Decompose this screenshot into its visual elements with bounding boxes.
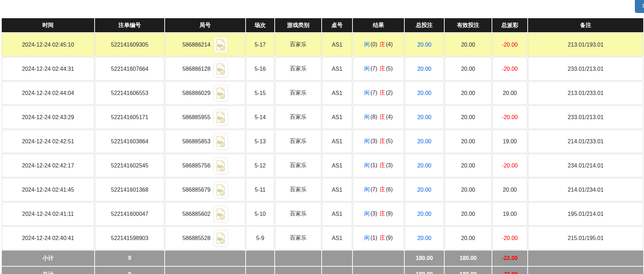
total-bet-cell[interactable]: 20.00 xyxy=(405,81,444,105)
table-no-cell: AS1 xyxy=(322,105,352,129)
subtotal-label: 小计 xyxy=(2,251,94,266)
table-row: 2024-12-24 02:40:41 522141598903 5868855… xyxy=(2,226,643,250)
table-no-cell: AS1 xyxy=(322,202,352,226)
banker-points: (4) xyxy=(386,114,393,120)
col-header-remark: 备注 xyxy=(528,18,643,32)
video-replay-button[interactable] xyxy=(213,181,228,198)
valid-bet-cell: 20.00 xyxy=(445,154,492,177)
total-bet-cell[interactable]: 20.00 xyxy=(405,226,444,250)
video-replay-button[interactable] xyxy=(213,61,228,77)
remark-cell: 195.01/214.01 xyxy=(528,202,643,226)
banker-label: 庄 xyxy=(379,114,385,120)
time-cell: 2024-12-24 02:41:45 xyxy=(2,178,94,201)
round-no-cell: 586886128 xyxy=(165,57,245,81)
video-icon xyxy=(216,39,225,50)
table-row: 2024-12-24 02:42:17 522141602545 5868857… xyxy=(2,154,643,177)
valid-bet-cell: 20.00 xyxy=(445,130,492,153)
banker-label: 庄 xyxy=(379,41,385,47)
total-bet-cell[interactable]: 20.00 xyxy=(405,33,444,56)
video-replay-button[interactable] xyxy=(213,109,228,126)
table-row: 2024-12-24 02:42:51 522141603864 5868858… xyxy=(2,130,643,153)
session-cell: 5-14 xyxy=(246,105,274,129)
subtotal-count: 9 xyxy=(95,251,164,266)
total-bet-cell[interactable]: 20.00 xyxy=(405,57,444,81)
payout-cell: -20.00 xyxy=(492,33,527,56)
result-cell: 闲(1) 庄(3) xyxy=(353,154,404,177)
player-label: 闲 xyxy=(364,41,370,47)
order-no-cell: 522141602545 xyxy=(95,154,164,177)
banker-points: (6) xyxy=(386,186,393,192)
payout-cell: 20.00 xyxy=(492,178,527,201)
game-type-cell: 百家乐 xyxy=(275,154,321,177)
banker-points: (5) xyxy=(386,138,393,144)
valid-bet-cell: 20.00 xyxy=(445,105,492,129)
total-bet-cell[interactable]: 20.00 xyxy=(405,202,444,226)
order-no-cell: 522141601368 xyxy=(95,178,164,201)
banker-label: 庄 xyxy=(379,66,385,71)
order-no-cell: 522141607664 xyxy=(95,57,164,81)
payout-cell: 19.00 xyxy=(492,202,527,226)
video-replay-button[interactable] xyxy=(213,230,228,247)
game-type-cell: 百家乐 xyxy=(275,81,321,105)
result-cell: 闲(3) 庄(5) xyxy=(353,130,404,153)
table-no-cell: AS1 xyxy=(322,154,352,177)
table-row: 2024-12-24 02:43:29 522141605171 5868859… xyxy=(2,105,643,129)
video-icon xyxy=(216,160,225,171)
round-no-cell: 586885955 xyxy=(165,105,245,129)
round-no-cell: 586885528 xyxy=(165,226,245,250)
order-no-cell: 522141609305 xyxy=(95,33,164,56)
round-no-value: 586886214 xyxy=(182,42,210,48)
total-bet-cell[interactable]: 20.00 xyxy=(405,105,444,129)
video-replay-button[interactable] xyxy=(213,85,228,102)
col-header-result: 结果 xyxy=(353,18,404,32)
player-points: (7) xyxy=(370,90,377,96)
banker-label: 庄 xyxy=(379,186,385,192)
order-no-cell: 522141606553 xyxy=(95,81,164,105)
game-type-cell: 百家乐 xyxy=(275,130,321,153)
total-bet-cell[interactable]: 20.00 xyxy=(405,154,444,177)
round-no-cell: 586885756 xyxy=(165,154,245,177)
banker-points: (9) xyxy=(386,211,393,217)
col-header-order-no: 注单编号 xyxy=(95,18,164,32)
game-type-cell: 百家乐 xyxy=(275,33,321,56)
session-cell: 5-15 xyxy=(246,81,274,105)
banker-points: (5) xyxy=(386,66,393,71)
pagination-page-1-button[interactable]: 1 xyxy=(635,0,644,13)
game-type-cell: 百家乐 xyxy=(275,57,321,81)
remark-cell: 233.01/213.01 xyxy=(528,105,643,129)
result-cell: 闲(7) 庄(2) xyxy=(353,81,404,105)
game-type-cell: 百家乐 xyxy=(275,178,321,201)
round-no-cell: 586885679 xyxy=(165,178,245,201)
payout-cell: -20.00 xyxy=(492,226,527,250)
total-bet-cell[interactable]: 20.00 xyxy=(405,130,444,153)
banker-label: 庄 xyxy=(379,235,385,241)
payout-cell: 20.00 xyxy=(492,81,527,105)
col-header-total-bet: 总投注 xyxy=(405,18,444,32)
player-points: (7) xyxy=(370,186,377,192)
video-replay-button[interactable] xyxy=(213,206,228,222)
result-cell: 闲(0) 庄(4) xyxy=(353,33,404,56)
table-no-cell: AS1 xyxy=(322,57,352,81)
banker-points: (9) xyxy=(386,235,393,241)
banker-points: (2) xyxy=(386,90,393,96)
player-label: 闲 xyxy=(364,186,370,192)
payout-cell: -20.00 xyxy=(492,154,527,177)
total-bet-cell[interactable]: 20.00 xyxy=(405,178,444,201)
total-valid-bet: 180.00 xyxy=(445,267,492,274)
video-replay-button[interactable] xyxy=(213,36,228,53)
video-replay-button[interactable] xyxy=(213,133,228,150)
round-no-cell: 586886029 xyxy=(165,81,245,105)
time-cell: 2024-12-24 02:45:10 xyxy=(2,33,94,56)
remark-cell: 214.01/234.01 xyxy=(528,178,643,201)
session-cell: 5-12 xyxy=(246,154,274,177)
payout-cell: -20.00 xyxy=(492,57,527,81)
order-no-cell: 522141598903 xyxy=(95,226,164,250)
video-replay-button[interactable] xyxy=(213,157,228,174)
total-total-bet: 180.00 xyxy=(405,267,444,274)
banker-label: 庄 xyxy=(379,138,385,144)
player-label: 闲 xyxy=(364,138,370,144)
banker-label: 庄 xyxy=(379,211,385,217)
player-label: 闲 xyxy=(364,90,370,96)
game-type-cell: 百家乐 xyxy=(275,226,321,250)
result-cell: 闲(3) 庄(9) xyxy=(353,202,404,226)
